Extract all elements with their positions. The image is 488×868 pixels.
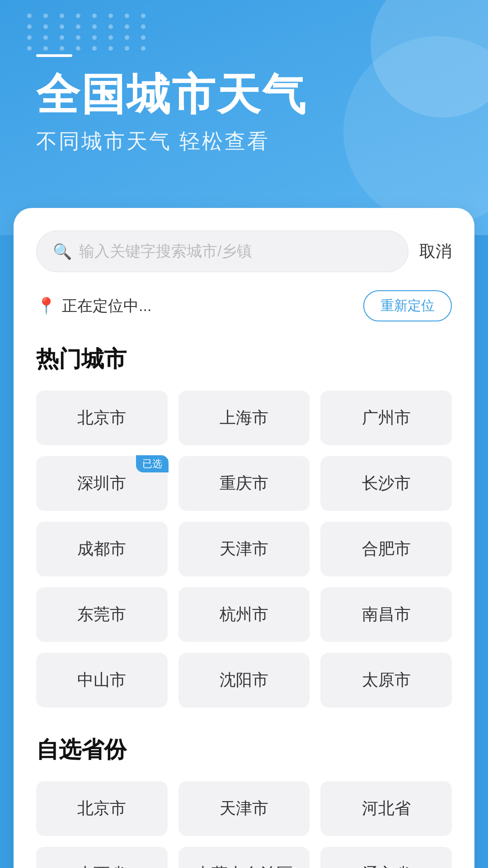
- hot-city-button[interactable]: 成都市: [36, 522, 168, 576]
- main-card: 🔍 输入关键字搜索城市/乡镇 取消 📍 正在定位中... 重新定位 热门城市 北…: [14, 208, 474, 868]
- hot-city-button[interactable]: 南昌市: [320, 587, 452, 642]
- page-subtitle: 不同城市天气 轻松查看: [36, 127, 452, 156]
- hot-cities-grid: 北京市上海市广州市深圳市已选重庆市长沙市成都市天津市合肥市东莞市杭州市南昌市中山…: [36, 391, 452, 708]
- hot-city-button[interactable]: 长沙市: [320, 456, 452, 511]
- province-button[interactable]: 辽宁省: [320, 847, 452, 868]
- location-status: 📍 正在定位中...: [36, 296, 151, 316]
- hot-city-button[interactable]: 沈阳市: [178, 653, 310, 708]
- hot-cities-section: 热门城市 北京市上海市广州市深圳市已选重庆市长沙市成都市天津市合肥市东莞市杭州市…: [36, 344, 452, 708]
- hot-city-button[interactable]: 杭州市: [178, 587, 310, 642]
- hot-city-button[interactable]: 合肥市: [320, 522, 452, 576]
- province-button[interactable]: 山西省: [36, 847, 168, 868]
- hot-city-button[interactable]: 深圳市已选: [36, 456, 168, 511]
- province-grid: 北京市天津市河北省山西省内蒙古自治区辽宁省吉林省黑龙江省上海市: [36, 781, 452, 868]
- selected-badge: 已选: [136, 455, 169, 472]
- province-button[interactable]: 内蒙古自治区: [178, 847, 310, 868]
- hot-city-button[interactable]: 天津市: [178, 522, 310, 576]
- search-placeholder: 输入关键字搜索城市/乡镇: [79, 241, 392, 262]
- hot-city-button[interactable]: 中山市: [36, 653, 168, 708]
- page-title: 全国城市天气: [36, 71, 452, 118]
- province-button[interactable]: 天津市: [178, 781, 310, 836]
- location-pin-icon: 📍: [36, 297, 56, 316]
- search-row: 🔍 输入关键字搜索城市/乡镇 取消: [36, 231, 452, 272]
- hot-city-button[interactable]: 上海市: [178, 391, 310, 445]
- search-bar[interactable]: 🔍 输入关键字搜索城市/乡镇: [36, 231, 408, 272]
- location-row: 📍 正在定位中... 重新定位: [36, 290, 452, 321]
- cancel-button[interactable]: 取消: [419, 236, 452, 267]
- hot-city-button[interactable]: 北京市: [36, 391, 168, 445]
- province-button[interactable]: 北京市: [36, 781, 168, 836]
- hot-city-button[interactable]: 重庆市: [178, 456, 310, 511]
- location-status-text: 正在定位中...: [62, 296, 151, 316]
- hot-cities-title: 热门城市: [36, 344, 452, 374]
- province-title: 自选省份: [36, 735, 452, 765]
- header-content: 全国城市天气 不同城市天气 轻松查看: [0, 0, 488, 156]
- header-line-decoration: [36, 54, 72, 57]
- relocate-button[interactable]: 重新定位: [363, 290, 452, 321]
- hot-city-button[interactable]: 太原市: [320, 653, 452, 708]
- hot-city-button[interactable]: 广州市: [320, 391, 452, 445]
- province-button[interactable]: 河北省: [320, 781, 452, 836]
- province-section: 自选省份 北京市天津市河北省山西省内蒙古自治区辽宁省吉林省黑龙江省上海市: [36, 735, 452, 868]
- search-icon: 🔍: [53, 242, 72, 260]
- hot-city-button[interactable]: 东莞市: [36, 587, 168, 642]
- header-background: 全国城市天气 不同城市天气 轻松查看: [0, 0, 488, 235]
